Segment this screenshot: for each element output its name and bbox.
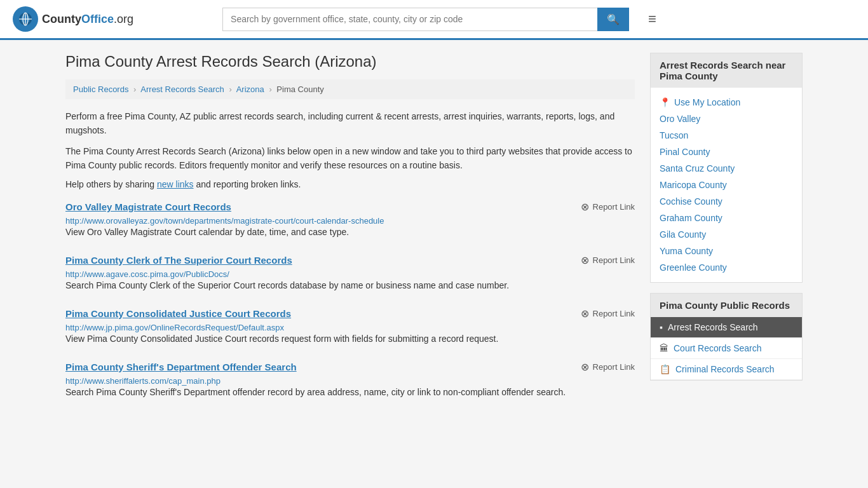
record-title-row-3: Pima County Sheriff's Department Offende…	[65, 361, 635, 373]
record-title-row-1: Pima County Clerk of The Superior Court …	[65, 254, 635, 266]
report-link-button-3[interactable]: ⊗ Report Link	[581, 361, 635, 373]
public-records-section: Pima County Public Records ▪Arrest Recor…	[650, 293, 803, 381]
report-icon-1: ⊗	[581, 254, 589, 266]
nearby-section-header: Arrest Records Search near Pima County	[651, 53, 802, 88]
page-title: Pima County Arrest Records Search (Arizo…	[65, 53, 635, 71]
report-link-button-0[interactable]: ⊗ Report Link	[581, 201, 635, 213]
public-records-list: ▪Arrest Records Search🏛Court Records Sea…	[651, 317, 802, 380]
main-content: Pima County Arrest Records Search (Arizo…	[65, 53, 635, 414]
record-desc-3: Search Pima County Sheriff's Department …	[65, 386, 635, 399]
report-icon-0: ⊗	[581, 201, 589, 213]
record-desc-0: View Oro Valley Magistrate Court calenda…	[65, 226, 635, 239]
record-url-0[interactable]: http://www.orovalleyaz.gov/town/departme…	[65, 216, 384, 226]
record-entry-3: Pima County Sheriff's Department Offende…	[65, 361, 635, 399]
nearby-link-item-8[interactable]: Yuma County	[660, 243, 793, 259]
hamburger-menu-button[interactable]: ≡	[648, 11, 656, 27]
use-my-location-item[interactable]: 📍 Use My Location	[660, 94, 793, 111]
record-title-0[interactable]: Oro Valley Magistrate Court Records	[65, 201, 231, 212]
record-desc-2: View Pima County Consolidated Justice Co…	[65, 332, 635, 346]
public-record-item-0[interactable]: ▪Arrest Records Search	[651, 317, 802, 338]
report-link-label-1: Report Link	[593, 255, 635, 265]
nearby-link-item-5[interactable]: Cochise County	[660, 193, 793, 210]
record-item-icon-2: 📋	[660, 364, 670, 374]
search-button[interactable]: 🔍	[597, 8, 629, 31]
records-list: Oro Valley Magistrate Court Records ⊗ Re…	[65, 201, 635, 399]
report-link-button-2[interactable]: ⊗ Report Link	[581, 308, 635, 320]
logo-text: CountyOffice.org	[42, 13, 133, 26]
record-item-link-1[interactable]: Court Records Search	[674, 343, 762, 353]
report-link-label-0: Report Link	[593, 202, 635, 212]
breadcrumb-public-records[interactable]: Public Records	[73, 85, 128, 94]
record-item-label-0: Arrest Records Search	[668, 322, 758, 332]
nearby-link-item-1[interactable]: Tucson	[660, 127, 793, 144]
nearby-section-body: 📍 Use My Location Oro ValleyTucsonPinal …	[651, 88, 802, 282]
record-title-3[interactable]: Pima County Sheriff's Department Offende…	[65, 362, 297, 372]
logo[interactable]: CountyOffice.org	[13, 6, 133, 32]
nearby-link-item-0[interactable]: Oro Valley	[660, 111, 793, 127]
public-records-header: Pima County Public Records	[651, 294, 802, 317]
share-note: Help others by sharing new links and rep…	[65, 179, 635, 189]
nearby-links-list: Oro ValleyTucsonPinal CountySanta Cruz C…	[660, 111, 793, 276]
logo-icon	[13, 6, 38, 32]
breadcrumb: Public Records › Arrest Records Search ›…	[65, 79, 635, 99]
nearby-link-item-7[interactable]: Gila County	[660, 226, 793, 243]
report-link-button-1[interactable]: ⊗ Report Link	[581, 254, 635, 266]
nearby-link-0[interactable]: Oro Valley	[660, 114, 700, 124]
breadcrumb-arizona[interactable]: Arizona	[236, 85, 264, 94]
description-2: The Pima County Arrest Records Search (A…	[65, 144, 635, 173]
hamburger-icon: ≡	[648, 11, 656, 27]
nearby-link-item-3[interactable]: Santa Cruz County	[660, 160, 793, 177]
record-title-row-0: Oro Valley Magistrate Court Records ⊗ Re…	[65, 201, 635, 213]
nearby-link-6[interactable]: Graham County	[660, 213, 722, 223]
breadcrumb-pima-county: Pima County	[276, 85, 323, 94]
nearby-link-7[interactable]: Gila County	[660, 229, 706, 240]
report-link-label-3: Report Link	[593, 362, 635, 372]
location-dot-icon: 📍	[660, 97, 670, 107]
nearby-link-3[interactable]: Santa Cruz County	[660, 163, 735, 173]
record-entry-2: Pima County Consolidated Justice Court R…	[65, 308, 635, 346]
site-header: CountyOffice.org 🔍 ≡	[0, 0, 868, 40]
nearby-link-item-2[interactable]: Pinal County	[660, 144, 793, 160]
record-item-icon-0: ▪	[660, 322, 663, 332]
nearby-link-5[interactable]: Cochise County	[660, 196, 722, 207]
nearby-link-2[interactable]: Pinal County	[660, 147, 710, 157]
record-url-2[interactable]: http://www.jp.pima.gov/OnlineRecordsRequ…	[65, 323, 284, 332]
report-icon-3: ⊗	[581, 361, 589, 373]
sidebar: Arrest Records Search near Pima County 📍…	[650, 53, 803, 414]
nearby-link-item-4[interactable]: Maricopa County	[660, 177, 793, 193]
public-record-item-2[interactable]: 📋Criminal Records Search	[651, 359, 802, 380]
nearby-link-4[interactable]: Maricopa County	[660, 180, 727, 190]
public-record-item-1[interactable]: 🏛Court Records Search	[651, 338, 802, 359]
use-my-location-link[interactable]: Use My Location	[674, 97, 740, 107]
nearby-link-item-9[interactable]: Greenlee County	[660, 259, 793, 276]
record-title-1[interactable]: Pima County Clerk of The Superior Court …	[65, 255, 292, 266]
search-input[interactable]	[222, 8, 597, 31]
nearby-link-8[interactable]: Yuma County	[660, 246, 713, 256]
main-container: Pima County Arrest Records Search (Arizo…	[53, 40, 815, 427]
record-desc-1: Search Pima County Clerk of the Superior…	[65, 279, 635, 292]
search-icon: 🔍	[607, 14, 620, 25]
record-url-3[interactable]: http://www.sheriffalerts.com/cap_main.ph…	[65, 376, 220, 386]
search-area: 🔍	[222, 8, 629, 31]
nearby-link-9[interactable]: Greenlee County	[660, 262, 727, 273]
report-icon-2: ⊗	[581, 308, 589, 320]
record-entry-1: Pima County Clerk of The Superior Court …	[65, 254, 635, 292]
record-title-2[interactable]: Pima County Consolidated Justice Court R…	[65, 308, 291, 319]
new-links-link[interactable]: new links	[157, 179, 194, 189]
breadcrumb-arrest-records[interactable]: Arrest Records Search	[140, 85, 224, 94]
nearby-link-item-6[interactable]: Graham County	[660, 210, 793, 226]
record-item-link-2[interactable]: Criminal Records Search	[675, 364, 775, 374]
record-url-1[interactable]: http://www.agave.cosc.pima.gov/PublicDoc…	[65, 269, 229, 279]
nearby-section: Arrest Records Search near Pima County 📍…	[650, 53, 803, 283]
record-title-row-2: Pima County Consolidated Justice Court R…	[65, 308, 635, 320]
record-item-icon-1: 🏛	[660, 343, 668, 353]
report-link-label-2: Report Link	[593, 309, 635, 318]
nearby-link-1[interactable]: Tucson	[660, 130, 688, 140]
description-1: Perform a free Pima County, AZ public ar…	[65, 109, 635, 138]
record-entry-0: Oro Valley Magistrate Court Records ⊗ Re…	[65, 201, 635, 239]
